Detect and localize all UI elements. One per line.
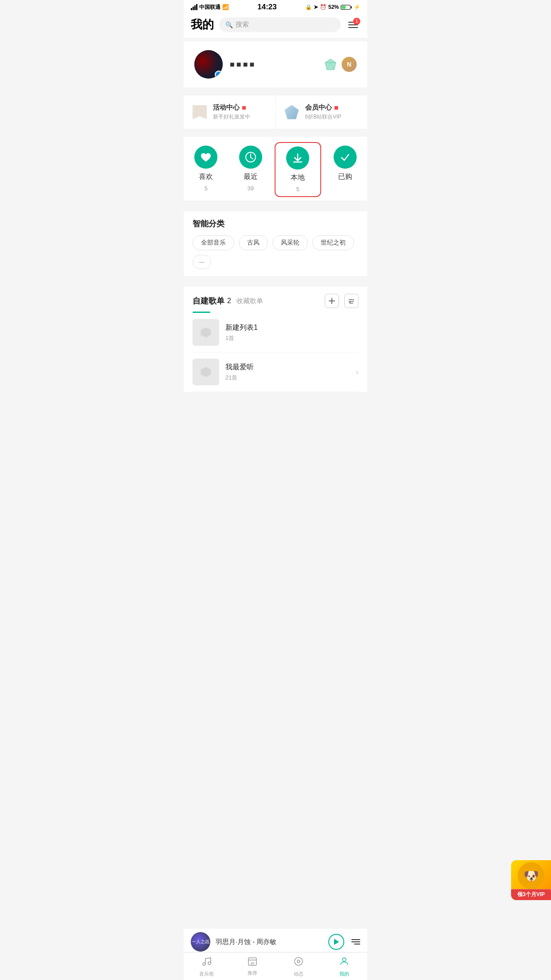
playlist-name-1: 我最爱听: [225, 363, 350, 372]
playlist-info-1: 我最爱听 21首: [225, 363, 350, 382]
bookmark-icon: [193, 105, 207, 119]
menu-badge: 1: [353, 18, 360, 25]
tag-more[interactable]: ···: [193, 255, 211, 269]
quick-item-recent[interactable]: 最近 39: [228, 146, 273, 194]
like-icon: [194, 146, 217, 169]
quick-recent-count: 39: [248, 185, 254, 192]
add-playlist-button[interactable]: [325, 294, 339, 308]
carrier-label: 中国联通: [199, 4, 220, 11]
coin-badge-icon: N: [342, 57, 357, 72]
svg-marker-0: [325, 59, 336, 70]
smart-categories-title: 智能分类: [193, 218, 358, 229]
battery-percent: 52%: [328, 4, 339, 10]
activity-center-sub: 新手好礼派发中: [213, 113, 267, 121]
purchased-icon: [334, 146, 357, 169]
search-bar[interactable]: 🔍 搜索: [219, 17, 341, 32]
smart-categories: 智能分类 全部音乐 古风 风采轮 世纪之初 ···: [184, 211, 367, 276]
recent-icon: [239, 146, 262, 169]
quick-like-count: 5: [205, 185, 208, 192]
playlist-collection-tab[interactable]: 收藏歌单: [236, 297, 263, 305]
clock: 14:23: [257, 3, 276, 12]
sort-playlist-button[interactable]: [344, 294, 358, 308]
alarm-icon: ⏰: [320, 4, 327, 10]
status-right: 🔒 ➤ ⏰ 52% ⚡: [305, 4, 360, 10]
diamond-badge-icon: [323, 57, 338, 72]
playlist-songs-1: 21首: [225, 374, 350, 382]
member-icon: [285, 105, 299, 119]
status-bar: 中国联通 📶 14:23 🔒 ➤ ⏰ 52% ⚡: [184, 0, 367, 13]
activity-center-item[interactable]: 活动中心 新手好礼派发中: [184, 95, 276, 129]
status-left: 中国联通 📶: [191, 4, 229, 11]
playlist-thumb-1: [193, 359, 219, 385]
profile-name: ■■■■: [230, 60, 256, 69]
battery-icon: [341, 5, 352, 10]
profile-badges: N: [323, 57, 357, 72]
quick-item-local[interactable]: 本地 5: [275, 142, 321, 197]
search-placeholder: 搜索: [236, 20, 249, 29]
activity-center-text: 活动中心 新手好礼派发中: [213, 103, 267, 121]
quick-local-label: 本地: [291, 173, 305, 182]
lock-icon: 🔒: [305, 4, 312, 10]
playlist-item-0[interactable]: 新建列表1 1首: [193, 313, 358, 352]
avatar[interactable]: 🔵: [194, 50, 223, 79]
activity-center-title: 活动中心: [213, 103, 267, 112]
quick-item-like[interactable]: 喜欢 5: [184, 146, 228, 194]
header: 我的 🔍 搜索 1: [184, 13, 367, 38]
member-center-sub: 6折B站联合VIP: [305, 113, 359, 121]
playlist-header: 自建歌单 2 收藏歌单: [193, 294, 358, 308]
tag-gufeng[interactable]: 古风: [239, 235, 268, 250]
search-icon: 🔍: [225, 21, 233, 28]
menu-button[interactable]: 1: [346, 18, 360, 32]
playlist-item-1[interactable]: 我最爱听 21首 ›: [193, 352, 358, 392]
page-title: 我的: [191, 17, 214, 32]
tag-fengcailun[interactable]: 风采轮: [272, 235, 308, 250]
tag-shiji[interactable]: 世纪之初: [312, 235, 354, 250]
quick-purchased-label: 已购: [338, 172, 352, 182]
quick-like-label: 喜欢: [199, 172, 213, 182]
playlist-info-0: 新建列表1 1首: [225, 323, 358, 342]
member-dot: [335, 106, 338, 110]
wifi-icon: 📶: [222, 4, 229, 10]
playlist-section-title: 自建歌单: [193, 296, 224, 306]
activity-dot: [242, 106, 246, 110]
avatar-badge: 🔵: [215, 71, 223, 79]
playlist-name-0: 新建列表1: [225, 323, 358, 332]
quick-local-count: 5: [296, 186, 299, 193]
charging-icon: ⚡: [354, 4, 360, 10]
quick-access: 喜欢 5 最近 39 本地 5 已购: [184, 137, 367, 201]
quick-item-purchased[interactable]: 已购: [323, 146, 368, 194]
profile-card: 🔵 ■■■■ N: [184, 41, 367, 87]
playlist-section: 自建歌单 2 收藏歌单 新建列表1 1首: [184, 287, 367, 392]
signal-icon: [191, 4, 197, 10]
playlist-count: 2: [227, 297, 231, 305]
activity-row: 活动中心 新手好礼派发中 会员中心 6折B站联合VIP: [184, 95, 367, 129]
local-icon: [286, 146, 309, 170]
playlist-arrow-1: ›: [356, 368, 358, 377]
tag-all[interactable]: 全部音乐: [193, 235, 234, 250]
member-center-title: 会员中心: [305, 103, 359, 112]
location-icon: ➤: [314, 4, 318, 10]
playlist-actions: [325, 294, 358, 308]
playlist-songs-0: 1首: [225, 334, 358, 342]
member-center-item[interactable]: 会员中心 6折B站联合VIP: [276, 95, 368, 129]
playlist-thumb-0: [193, 319, 219, 346]
tags-row: 全部音乐 古风 风采轮 世纪之初 ···: [193, 235, 358, 269]
member-center-text: 会员中心 6折B站联合VIP: [305, 103, 359, 121]
quick-recent-label: 最近: [244, 172, 258, 182]
